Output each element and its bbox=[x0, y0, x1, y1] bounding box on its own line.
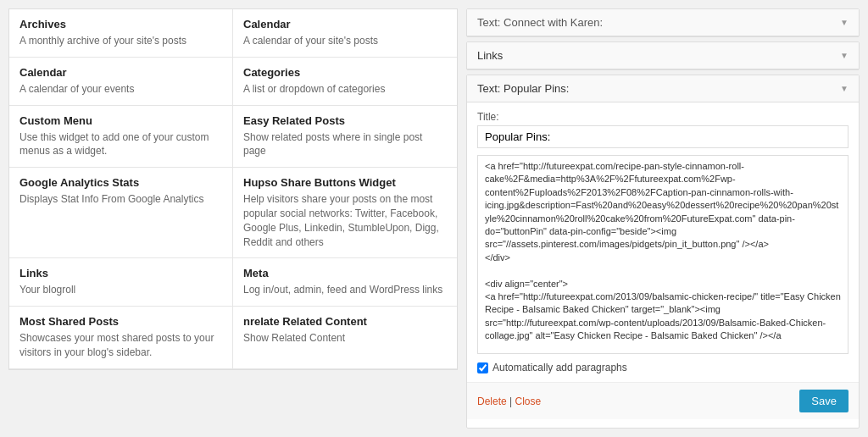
widget-title-categories: Categories bbox=[243, 66, 447, 79]
widget-cell-meta: Meta Log in/out, admin, feed and WordPre… bbox=[233, 258, 457, 307]
actions-row: Delete | Close Save bbox=[467, 382, 859, 419]
widget-cell-categories: Categories A list or dropdown of categor… bbox=[233, 58, 457, 106]
widget-desc-hupso: Help visitors share your posts on the mo… bbox=[243, 192, 447, 249]
content-textarea[interactable] bbox=[477, 155, 849, 354]
widget-desc-links: Your blogroll bbox=[19, 283, 222, 297]
widget-desc-categories: A list or dropdown of categories bbox=[243, 82, 447, 97]
widget-cell-most-shared: Most Shared Posts Showcases your most sh… bbox=[9, 307, 233, 369]
widget-desc-google-analytics: Displays Stat Info From Google Analytics bbox=[19, 192, 222, 207]
widget-cell-easy-related: Easy Related Posts Show related posts wh… bbox=[233, 106, 457, 169]
title-field-label: Title: bbox=[477, 111, 849, 123]
close-link[interactable]: Close bbox=[515, 396, 541, 407]
widget-title-calendar2: Calendar bbox=[19, 66, 222, 79]
auto-para-label: Automatically add paragraphs bbox=[492, 362, 627, 373]
widget-desc-calendar2: A calendar of your events bbox=[19, 82, 222, 97]
right-sidebar: Text: Connect with Karen: ▼ Links ▼ Text… bbox=[466, 8, 860, 429]
chevron-down-icon: ▼ bbox=[840, 18, 849, 27]
widget-cell-hupso: Hupso Share Buttons Widget Help visitors… bbox=[233, 168, 457, 258]
title-input[interactable] bbox=[477, 125, 849, 148]
widget-desc-nrelate: Show Related Content bbox=[243, 331, 447, 346]
widget-desc-calendar1: A calendar of your site's posts bbox=[243, 34, 447, 48]
widget-cell-archives: Archives A monthly archive of your site'… bbox=[9, 9, 233, 58]
widget-title-nrelate: nrelate Related Content bbox=[243, 315, 447, 328]
delete-link[interactable]: Delete bbox=[477, 396, 507, 407]
widget-desc-easy-related: Show related posts where in single post … bbox=[243, 130, 447, 159]
action-links: Delete | Close bbox=[477, 396, 541, 407]
widget-cell-nrelate: nrelate Related Content Show Related Con… bbox=[233, 307, 457, 369]
separator: | bbox=[507, 396, 515, 407]
chevron-down-icon: ▼ bbox=[840, 84, 849, 93]
sidebar-widget-links: Links ▼ bbox=[466, 41, 860, 70]
widget-cell-calendar2: Calendar A calendar of your events bbox=[9, 58, 233, 106]
sidebar-widget-links-label: Links bbox=[477, 49, 503, 62]
widget-cell-google-analytics: Google Analytics Stats Displays Stat Inf… bbox=[9, 168, 233, 258]
widget-desc-archives: A monthly archive of your site's posts bbox=[19, 34, 222, 48]
widget-desc-custom-menu: Use this widget to add one of your custo… bbox=[19, 130, 222, 159]
popular-pins-body: Title: Automatically add paragraphs bbox=[467, 102, 859, 382]
widgets-grid: Archives A monthly archive of your site'… bbox=[8, 8, 458, 370]
widget-title-archives: Archives bbox=[19, 18, 222, 30]
widget-title-links: Links bbox=[19, 267, 222, 279]
widget-cell-links: Links Your blogroll bbox=[9, 258, 233, 307]
sidebar-widget-connect: Text: Connect with Karen: ▼ bbox=[466, 8, 860, 37]
save-button[interactable]: Save bbox=[799, 390, 849, 412]
widget-title-most-shared: Most Shared Posts bbox=[19, 315, 222, 328]
widget-desc-meta: Log in/out, admin, feed and WordPress li… bbox=[243, 283, 447, 297]
sidebar-widget-popular-pins: Text: Popular Pins: ▼ Title: Automatical… bbox=[466, 75, 860, 429]
widget-cell-calendar1: Calendar A calendar of your site's posts bbox=[233, 9, 457, 58]
widget-title-google-analytics: Google Analytics Stats bbox=[19, 176, 222, 189]
widget-cell-custom-menu: Custom Menu Use this widget to add one o… bbox=[9, 106, 233, 169]
sidebar-widget-connect-label: Text: Connect with Karen: bbox=[477, 16, 603, 29]
sidebar-widget-connect-header[interactable]: Text: Connect with Karen: ▼ bbox=[467, 9, 859, 36]
sidebar-widget-links-header[interactable]: Links ▼ bbox=[467, 42, 859, 69]
widget-title-easy-related: Easy Related Posts bbox=[243, 114, 447, 127]
widget-title-meta: Meta bbox=[243, 267, 447, 279]
chevron-down-icon: ▼ bbox=[840, 51, 849, 60]
widget-title-hupso: Hupso Share Buttons Widget bbox=[243, 176, 447, 189]
auto-para-row: Automatically add paragraphs bbox=[477, 362, 849, 373]
auto-para-checkbox[interactable] bbox=[477, 362, 488, 373]
widget-desc-most-shared: Showcases your most shared posts to your… bbox=[19, 331, 222, 360]
widget-title-calendar1: Calendar bbox=[243, 18, 447, 30]
popular-pins-header[interactable]: Text: Popular Pins: ▼ bbox=[467, 75, 859, 102]
widget-title-custom-menu: Custom Menu bbox=[19, 114, 222, 127]
popular-pins-label: Text: Popular Pins: bbox=[477, 82, 569, 95]
